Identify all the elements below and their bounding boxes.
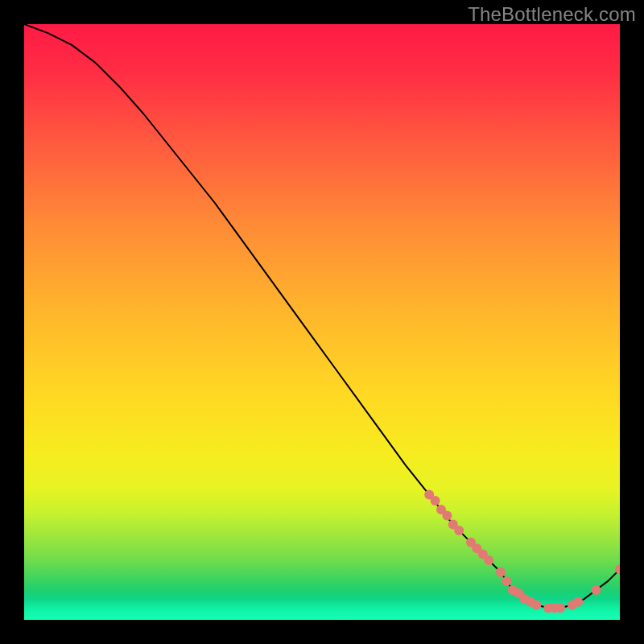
marker-dot [531, 601, 541, 610]
marker-dot [484, 555, 493, 565]
marker-dot [555, 603, 565, 613]
marker-dot [591, 585, 601, 595]
watermark-text: TheBottleneck.com [468, 3, 636, 26]
marker-dot [431, 496, 440, 506]
marker-dot [502, 576, 511, 586]
chart-svg [24, 24, 620, 620]
marker-dot [442, 511, 452, 521]
plot-area [24, 24, 620, 620]
bottleneck-curve [24, 24, 620, 608]
chart-frame: TheBottleneck.com [0, 0, 644, 644]
marker-dot [496, 568, 506, 577]
marker-dot [573, 597, 583, 607]
marker-dot [454, 526, 464, 535]
